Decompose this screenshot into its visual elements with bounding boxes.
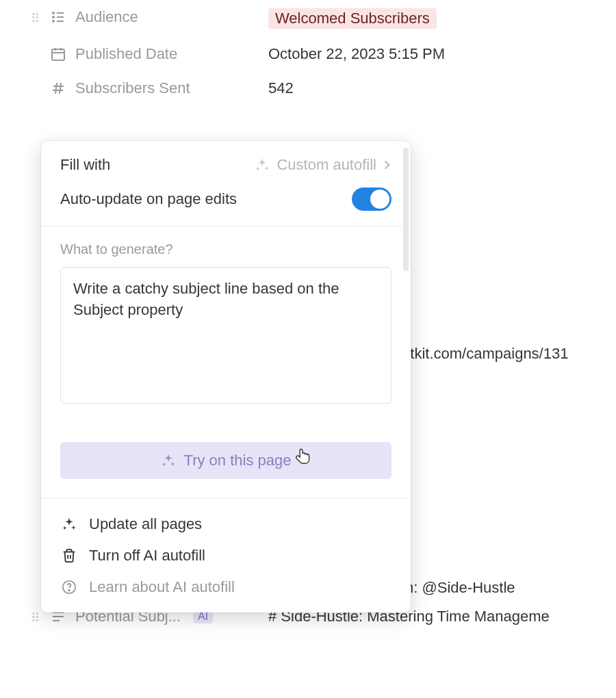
menu-item-learn[interactable]: Learn about AI autofill: [41, 571, 411, 603]
svg-rect-6: [52, 49, 64, 60]
sparkle-icon: [161, 453, 176, 468]
property-label-audience[interactable]: Audience: [49, 8, 261, 26]
list-icon: [49, 8, 67, 26]
property-row-subscribers-sent: ⠿ Subscribers Sent 542: [27, 71, 602, 105]
prompt-textarea[interactable]: [60, 267, 392, 404]
property-value-published-date[interactable]: October 22, 2023 5:15 PM: [268, 45, 602, 63]
fill-with-label: Fill with: [60, 156, 110, 174]
property-label-text: Audience: [75, 8, 138, 26]
prompt-label: What to generate?: [60, 242, 392, 257]
property-label-subscribers-sent[interactable]: Subscribers Sent: [49, 79, 261, 97]
svg-point-2: [53, 16, 54, 18]
svg-line-13: [60, 83, 61, 94]
property-row-published-date: ⠿ Published Date October 22, 2023 5:15 P…: [27, 37, 602, 71]
audience-tag[interactable]: Welcomed Subscribers: [268, 8, 437, 29]
property-label-text: Published Date: [75, 45, 177, 63]
auto-update-label: Auto-update on page edits: [60, 190, 237, 208]
chevron-right-icon: [383, 159, 392, 171]
menu-item-turn-off[interactable]: Turn off AI autofill: [41, 540, 411, 571]
custom-autofill-label: Custom autofill: [277, 156, 376, 174]
sparkle-icon: [255, 157, 270, 172]
cursor-hand-icon: [294, 446, 312, 467]
menu-label: Update all pages: [89, 515, 202, 533]
svg-point-4: [53, 21, 54, 22]
property-value-subscribers-sent[interactable]: 542: [268, 79, 602, 97]
hash-icon: [49, 79, 67, 97]
ai-autofill-popover: Fill with Custom autofill Auto-update on…: [41, 141, 411, 612]
svg-point-18: [68, 590, 70, 591]
trash-icon: [60, 547, 78, 565]
auto-update-toggle[interactable]: [352, 188, 392, 211]
sparkle-icon: [60, 515, 78, 533]
drag-handle-icon[interactable]: ⠿: [27, 8, 42, 26]
menu-item-update-all[interactable]: Update all pages: [41, 508, 411, 540]
drag-handle-icon[interactable]: ⠿: [27, 608, 42, 625]
svg-line-12: [55, 83, 57, 94]
help-icon: [60, 578, 78, 596]
try-button-label: Try on this page: [184, 452, 292, 469]
property-row-audience: ⠿ Audience Welcomed Subscribers: [27, 0, 602, 37]
menu-label: Learn about AI autofill: [89, 578, 235, 596]
svg-point-0: [53, 12, 54, 14]
property-label-text: Subscribers Sent: [75, 79, 190, 97]
property-value-audience[interactable]: Welcomed Subscribers: [268, 8, 602, 29]
popover-scrollbar[interactable]: [403, 148, 409, 271]
property-label-published-date[interactable]: Published Date: [49, 45, 261, 63]
try-on-page-button[interactable]: Try on this page: [60, 442, 392, 479]
menu-label: Turn off AI autofill: [89, 547, 205, 565]
custom-autofill-selector[interactable]: Custom autofill: [255, 156, 392, 174]
handle-fragment-text: h: @Side-Hustle: [405, 579, 515, 597]
url-fragment-text: rtkit.com/campaigns/131: [405, 345, 568, 363]
calendar-icon: [49, 45, 67, 63]
